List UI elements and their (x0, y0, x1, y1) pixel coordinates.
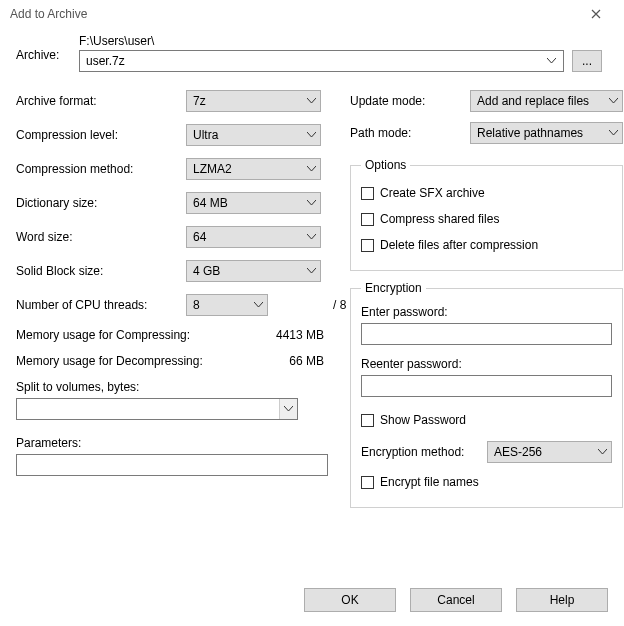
word-size-label: Word size: (16, 230, 186, 244)
chevron-down-icon (609, 130, 618, 136)
solid-block-size-label: Solid Block size: (16, 264, 186, 278)
compression-level-label: Compression level: (16, 128, 186, 142)
encryption-legend: Encryption (361, 281, 426, 295)
chevron-down-icon (307, 200, 316, 206)
chevron-down-icon (307, 166, 316, 172)
mem-decompress-value: 66 MB (289, 354, 324, 368)
archive-format-label: Archive format: (16, 94, 186, 108)
chevron-down-icon (254, 302, 263, 308)
enter-password-input[interactable] (361, 323, 612, 345)
chevron-down-icon (307, 132, 316, 138)
chevron-down-icon (609, 98, 618, 104)
dialog-buttons: OK Cancel Help (304, 588, 608, 612)
browse-button[interactable]: ... (572, 50, 602, 72)
reenter-password-label: Reenter password: (361, 357, 612, 371)
mem-decompress-label: Memory usage for Decompressing: (16, 354, 203, 368)
parameters-label: Parameters: (16, 436, 334, 450)
archive-path: F:\Users\user\ (79, 34, 564, 50)
help-button[interactable]: Help (516, 588, 608, 612)
delete-after-checkbox-row[interactable]: Delete files after compression (361, 234, 612, 256)
cpu-threads-label: Number of CPU threads: (16, 298, 186, 312)
chevron-down-icon (307, 268, 316, 274)
archive-label: Archive: (16, 48, 71, 72)
encrypt-names-checkbox-row[interactable]: Encrypt file names (361, 471, 612, 493)
reenter-password-input[interactable] (361, 375, 612, 397)
checkbox-icon (361, 187, 374, 200)
encryption-group: Encryption Enter password: Reenter passw… (350, 281, 623, 508)
path-mode-select[interactable]: Relative pathnames (470, 122, 623, 144)
options-legend: Options (361, 158, 410, 172)
compression-method-label: Compression method: (16, 162, 186, 176)
chevron-down-icon (279, 399, 297, 419)
update-mode-select[interactable]: Add and replace files (470, 90, 623, 112)
ok-button[interactable]: OK (304, 588, 396, 612)
left-panel: Archive format: 7z Compression level: Ul… (16, 90, 334, 518)
chevron-down-icon (307, 98, 316, 104)
compression-level-select[interactable]: Ultra (186, 124, 321, 146)
path-mode-label: Path mode: (350, 126, 470, 140)
titlebar: Add to Archive (0, 0, 624, 28)
checkbox-icon (361, 239, 374, 252)
close-button[interactable] (576, 2, 616, 26)
options-group: Options Create SFX archive Compress shar… (350, 158, 623, 271)
cpu-threads-select[interactable]: 8 (186, 294, 268, 316)
archive-file-value: user.7z (86, 54, 125, 68)
encryption-method-select[interactable]: AES-256 (487, 441, 612, 463)
sfx-checkbox-row[interactable]: Create SFX archive (361, 182, 612, 204)
encryption-method-label: Encryption method: (361, 445, 487, 459)
split-volumes-combobox[interactable] (16, 398, 298, 420)
parameters-input[interactable] (16, 454, 328, 476)
word-size-select[interactable]: 64 (186, 226, 321, 248)
solid-block-size-select[interactable]: 4 GB (186, 260, 321, 282)
chevron-down-icon (543, 58, 559, 64)
shared-files-checkbox-row[interactable]: Compress shared files (361, 208, 612, 230)
chevron-down-icon (598, 449, 607, 455)
update-mode-label: Update mode: (350, 94, 470, 108)
checkbox-icon (361, 414, 374, 427)
mem-compress-value: 4413 MB (276, 328, 324, 342)
window-title: Add to Archive (10, 7, 87, 21)
dictionary-size-label: Dictionary size: (16, 196, 186, 210)
mem-compress-label: Memory usage for Compressing: (16, 328, 190, 342)
show-password-checkbox-row[interactable]: Show Password (361, 409, 612, 431)
checkbox-icon (361, 213, 374, 226)
archive-file-combobox[interactable]: user.7z (79, 50, 564, 72)
right-panel: Update mode: Add and replace files Path … (350, 90, 623, 518)
dictionary-size-select[interactable]: 64 MB (186, 192, 321, 214)
archive-format-select[interactable]: 7z (186, 90, 321, 112)
chevron-down-icon (307, 234, 316, 240)
split-volumes-label: Split to volumes, bytes: (16, 380, 334, 394)
checkbox-icon (361, 476, 374, 489)
cpu-threads-max: / 8 (321, 298, 346, 312)
compression-method-select[interactable]: LZMA2 (186, 158, 321, 180)
cancel-button[interactable]: Cancel (410, 588, 502, 612)
enter-password-label: Enter password: (361, 305, 612, 319)
